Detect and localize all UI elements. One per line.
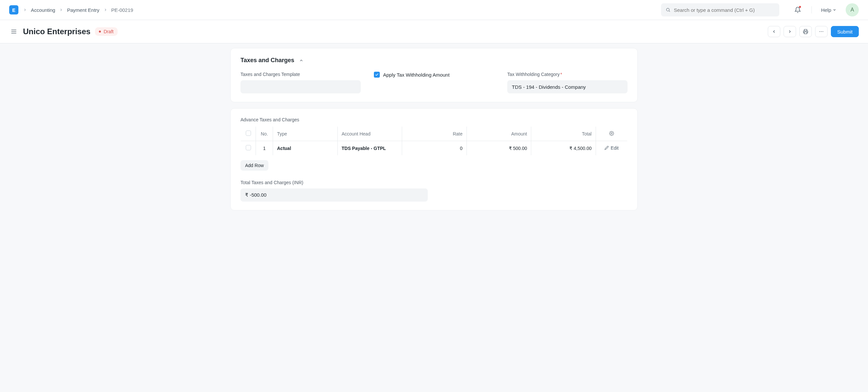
breadcrumb: Accounting Payment Entry PE-00219: [23, 7, 133, 13]
avatar[interactable]: A: [846, 3, 859, 17]
page-title: Unico Enterprises: [23, 27, 90, 36]
chevron-up-icon: [299, 58, 304, 63]
header-amount: Amount: [467, 127, 531, 141]
pencil-icon: [604, 146, 609, 150]
withholding-category-label: Tax Withholding Category*: [507, 72, 627, 77]
edit-row-button[interactable]: Edit: [600, 145, 623, 150]
cell-account-head[interactable]: TDS Payable - GTPL: [337, 141, 402, 156]
app-logo[interactable]: E: [9, 5, 19, 15]
cell-edit: Edit: [596, 141, 627, 156]
header-no: No.: [256, 127, 273, 141]
apply-withholding-checkbox-row: Apply Tax Withholding Amount: [374, 72, 494, 78]
navbar: E Accounting Payment Entry PE-00219 Help…: [0, 0, 868, 20]
section-title-row: Taxes and Charges: [241, 57, 627, 64]
avatar-initial: A: [850, 7, 854, 13]
gear-icon: [609, 131, 614, 136]
table-row[interactable]: 1 Actual TDS Payable - GTPL 0 ₹ 500.00 ₹…: [241, 141, 627, 156]
svg-point-6: [820, 31, 820, 32]
svg-point-8: [823, 31, 823, 32]
cell-no: 1: [256, 141, 273, 156]
header-rate: Rate: [402, 127, 467, 141]
svg-line-1: [669, 11, 670, 12]
advance-taxes-table: No. Type Account Head Rate Amount Total: [241, 126, 627, 156]
apply-withholding-field: Apply Tax Withholding Amount: [374, 72, 494, 78]
collapse-section-toggle[interactable]: [299, 58, 304, 63]
separator: [811, 6, 812, 13]
section-title: Taxes and Charges: [241, 57, 294, 64]
status-badge: Draft: [95, 27, 117, 36]
advance-taxes-section: Advance Taxes and Charges No. Type Accou…: [230, 108, 638, 211]
print-button[interactable]: [799, 26, 812, 37]
chevron-left-icon: [772, 29, 776, 34]
search-icon: [665, 7, 671, 12]
header-settings-cell: [596, 127, 627, 141]
select-all-checkbox[interactable]: [246, 131, 251, 136]
apply-withholding-label: Apply Tax Withholding Amount: [383, 72, 450, 78]
withholding-category-input[interactable]: [507, 80, 627, 93]
status-dot: [99, 31, 101, 33]
svg-point-7: [821, 31, 822, 32]
chevron-right-icon: [787, 29, 792, 34]
required-asterisk: *: [560, 72, 562, 77]
breadcrumb-current: PE-00219: [112, 7, 133, 13]
template-field: Taxes and Charges Template: [241, 72, 361, 93]
cell-amount[interactable]: ₹ 500.00: [467, 141, 531, 156]
help-menu[interactable]: Help: [821, 7, 836, 13]
status-text: Draft: [103, 29, 113, 34]
taxes-form-row: Taxes and Charges Template Apply Tax Wit…: [241, 72, 627, 93]
chevron-right-icon: [103, 8, 107, 12]
header-account-head: Account Head: [337, 127, 402, 141]
printer-icon: [803, 29, 808, 34]
withholding-category-field: Tax Withholding Category*: [507, 72, 627, 93]
row-checkbox[interactable]: [246, 145, 251, 150]
total-taxes-label: Total Taxes and Charges (INR): [241, 180, 428, 185]
prev-button[interactable]: [768, 26, 780, 37]
advance-table-label: Advance Taxes and Charges: [241, 117, 627, 122]
table-settings-button[interactable]: [609, 131, 614, 136]
template-input[interactable]: [241, 80, 361, 93]
apply-withholding-checkbox[interactable]: [374, 72, 380, 78]
chevron-right-icon: [23, 8, 27, 12]
notifications-button[interactable]: [793, 5, 802, 15]
table-header-row: No. Type Account Head Rate Amount Total: [241, 127, 627, 141]
check-icon: [375, 73, 379, 77]
logo-initial: E: [12, 7, 16, 13]
total-taxes-value: [241, 189, 428, 202]
header-total: Total: [531, 127, 596, 141]
template-label: Taxes and Charges Template: [241, 72, 361, 77]
row-checkbox-cell: [241, 141, 256, 156]
svg-rect-5: [804, 32, 807, 33]
add-row-button[interactable]: Add Row: [241, 160, 269, 171]
search-input[interactable]: [674, 7, 775, 13]
page-body: Taxes and Charges Taxes and Charges Temp…: [0, 44, 868, 392]
header-type: Type: [273, 127, 338, 141]
breadcrumb-payment-entry[interactable]: Payment Entry: [67, 7, 99, 13]
more-button[interactable]: [815, 26, 828, 37]
page-header: Unico Enterprises Draft Submit: [0, 20, 868, 44]
menu-icon: [10, 28, 17, 35]
taxes-and-charges-section: Taxes and Charges Taxes and Charges Temp…: [230, 48, 638, 102]
total-taxes-field: Total Taxes and Charges (INR): [241, 180, 428, 202]
cell-type[interactable]: Actual: [273, 141, 338, 156]
svg-point-0: [666, 8, 670, 11]
svg-point-9: [611, 133, 612, 134]
next-button[interactable]: [783, 26, 796, 37]
search-box[interactable]: [661, 3, 779, 17]
dots-horizontal-icon: [819, 29, 824, 34]
cell-total[interactable]: ₹ 4,500.00: [531, 141, 596, 156]
edit-label: Edit: [611, 145, 619, 150]
submit-button[interactable]: Submit: [831, 26, 859, 37]
page-actions: Submit: [768, 26, 859, 37]
cell-rate[interactable]: 0: [402, 141, 467, 156]
chevron-down-icon: [833, 8, 836, 12]
breadcrumb-accounting[interactable]: Accounting: [31, 7, 55, 13]
sidebar-toggle[interactable]: [9, 27, 19, 36]
header-checkbox-cell: [241, 127, 256, 141]
help-label: Help: [821, 7, 831, 13]
chevron-right-icon: [59, 8, 63, 12]
